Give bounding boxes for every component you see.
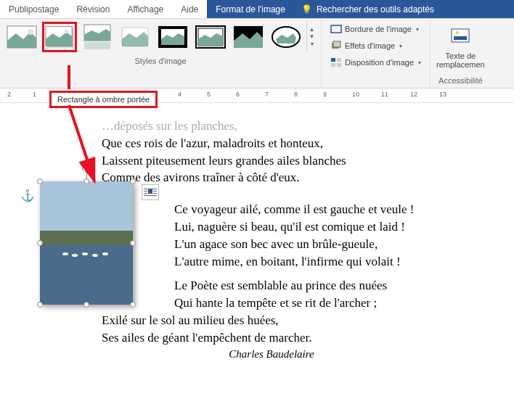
style-drop-shadow-rectangle[interactable] — [42, 22, 77, 52]
svg-point-1 — [28, 29, 33, 35]
svg-point-38 — [82, 252, 88, 255]
search-placeholder: Rechercher des outils adaptés — [317, 4, 434, 15]
svg-rect-6 — [84, 42, 110, 49]
svg-rect-20 — [337, 63, 341, 67]
resize-handle[interactable] — [37, 178, 43, 184]
resize-handle[interactable] — [37, 240, 43, 246]
style-reflection[interactable] — [80, 22, 115, 52]
poem-line: L'un agace son bec avec un brûle-gueule, — [174, 236, 492, 253]
poem-line: Ses ailes de géant l'empêchent de marche… — [102, 329, 492, 347]
poem-line: L'autre mime, en boitant, l'infirme qui … — [174, 253, 492, 271]
svg-point-4 — [65, 30, 69, 34]
dropdown-icon: ▾ — [416, 26, 419, 33]
svg-rect-31 — [153, 193, 157, 194]
svg-rect-22 — [454, 36, 467, 40]
alt-text-label1: Texte de — [436, 52, 485, 60]
resize-handle[interactable] — [130, 240, 136, 246]
alt-text-button[interactable] — [449, 25, 472, 48]
svg-point-39 — [92, 254, 98, 257]
chevron-up-icon: ▲ — [309, 26, 315, 33]
svg-rect-19 — [331, 63, 335, 67]
svg-rect-27 — [144, 191, 147, 192]
picture-format-group: Bordure de l'image ▾ Effets d'image ▾ Di… — [322, 19, 431, 88]
style-simple-frame[interactable] — [4, 22, 39, 52]
svg-rect-30 — [144, 193, 147, 194]
svg-rect-29 — [148, 189, 152, 194]
rotate-handle[interactable]: ↻ — [82, 164, 91, 173]
svg-rect-14 — [331, 25, 341, 33]
border-icon — [330, 23, 342, 35]
svg-rect-16 — [333, 41, 340, 47]
style-tooltip: Rectangle à ombre portée — [49, 91, 158, 108]
layout-options-button[interactable] — [142, 184, 159, 200]
poem-line: Exilé sur le sol au milieu des huées, — [102, 312, 492, 329]
resize-handle[interactable] — [130, 302, 136, 308]
styles-group-label: Styles d'image — [4, 57, 317, 65]
ribbon-tabs: Publipostage Révision Affichage Aide For… — [0, 0, 514, 19]
tell-me-search[interactable]: 💡 Rechercher des outils adaptés — [294, 0, 514, 18]
poem-line: Qui hante la tempête et se rit de l'arch… — [174, 295, 492, 312]
svg-rect-17 — [331, 58, 335, 62]
svg-rect-34 — [40, 231, 133, 245]
style-oval[interactable] — [269, 22, 303, 52]
style-thick-matte[interactable] — [231, 22, 266, 52]
svg-point-37 — [72, 254, 78, 257]
svg-rect-18 — [337, 58, 341, 62]
style-soft-edge[interactable] — [118, 22, 152, 52]
poem-line: Que ces rois de l'azur, maladroits et ho… — [102, 135, 492, 152]
svg-rect-26 — [144, 189, 157, 189]
chevron-down-icon: ▼ — [309, 33, 315, 41]
document-page: …déposés sur les planches, Que ces rois … — [0, 103, 514, 420]
svg-point-36 — [62, 252, 68, 255]
picture-styles-group: ▲ ▼ ▾ Styles d'image — [0, 19, 322, 88]
tab-publipostage[interactable]: Publipostage — [0, 0, 68, 18]
picture-effects-button[interactable]: Effets d'image ▾ — [327, 38, 424, 53]
style-black-frame[interactable] — [155, 22, 190, 52]
tab-format-image[interactable]: Format de l'image — [207, 0, 294, 18]
tab-affichage[interactable]: Affichage — [118, 0, 172, 18]
styles-expand-button[interactable]: ▲ ▼ ▾ — [306, 22, 317, 52]
poem-line: Le Poète est semblable au prince des nué… — [174, 277, 492, 295]
resize-handle[interactable] — [37, 302, 43, 308]
tab-revision[interactable]: Révision — [68, 0, 118, 18]
inserted-image[interactable]: ↻ — [40, 181, 133, 305]
svg-rect-33 — [40, 181, 133, 231]
poem-line: Laissent piteusement leurs grandes ailes… — [102, 152, 492, 170]
svg-rect-32 — [144, 195, 157, 196]
style-compound-frame[interactable] — [193, 22, 228, 52]
resize-handle[interactable] — [83, 302, 89, 308]
ribbon: ▲ ▼ ▾ Styles d'image Bordure de l'image … — [0, 19, 514, 88]
dropdown-icon: ▾ — [399, 43, 402, 49]
picture-layout-button[interactable]: Disposition d'image ▾ — [327, 55, 424, 70]
effects-icon — [330, 40, 342, 52]
lightbulb-icon: 💡 — [301, 4, 312, 15]
svg-point-23 — [456, 31, 459, 34]
layout-icon — [330, 57, 342, 68]
anchor-icon[interactable]: ⚓ — [20, 189, 35, 202]
poem-author: Charles Baudelaire — [51, 347, 492, 362]
chevron-down-icon: ▾ — [311, 41, 314, 48]
tab-aide[interactable]: Aide — [172, 0, 207, 18]
access-group-label: Accessibilité — [438, 76, 483, 85]
picture-border-button[interactable]: Bordure de l'image ▾ — [327, 22, 424, 36]
dropdown-icon: ▾ — [418, 59, 421, 66]
poem-line: Ce voyageur ailé, comme il est gauche et… — [174, 201, 492, 218]
svg-point-40 — [102, 252, 108, 255]
alt-text-label2: remplacemen — [436, 60, 485, 69]
svg-rect-28 — [153, 191, 157, 192]
accessibility-group: Texte de remplacemen Accessibilité — [431, 19, 491, 88]
resize-handle[interactable] — [130, 178, 136, 184]
resize-handle[interactable] — [83, 178, 89, 184]
poem-line: Comme des avirons traîner à côté d'eux. — [102, 169, 492, 186]
poem-line-partial: …déposés sur les planches, — [102, 118, 492, 135]
svg-rect-21 — [452, 29, 469, 42]
poem-line: Lui, naguère si beau, qu'il est comique … — [174, 218, 492, 236]
